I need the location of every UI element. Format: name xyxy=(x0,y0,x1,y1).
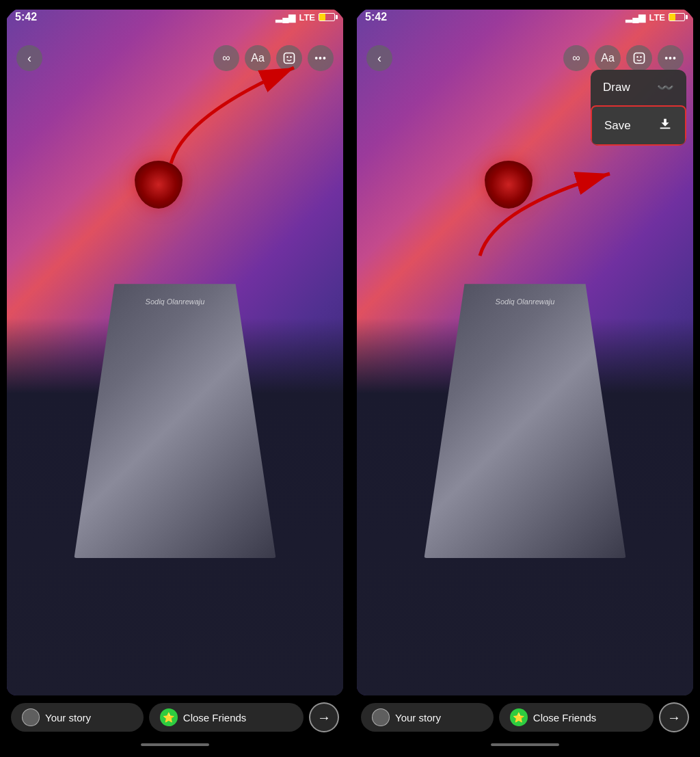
infinity-button-left[interactable]: ∞ xyxy=(213,45,239,71)
lte-label-right: LTE xyxy=(649,12,665,23)
bottom-bar-right: Your story ⭐ Close Friends → xyxy=(353,695,697,738)
back-button-left[interactable]: ‹ xyxy=(16,45,42,71)
time-right: 5:42 xyxy=(365,11,387,23)
story-toolbar-left: ‹ ∞ Aa ••• xyxy=(7,40,343,77)
send-icon-right: → xyxy=(667,710,681,726)
more-button-right[interactable]: ••• xyxy=(658,45,684,71)
send-icon-left: → xyxy=(317,710,331,726)
your-story-btn-left[interactable]: Your story xyxy=(11,703,144,732)
save-menu-item[interactable]: Save xyxy=(591,105,686,146)
right-phone-screen: 5:42 ▂▄▆ LTE xyxy=(350,0,700,757)
close-friends-btn-right[interactable]: ⭐ Close Friends xyxy=(499,703,654,732)
status-bar-left: 5:42 ▂▄▆ LTE xyxy=(3,5,347,26)
sticker-button-right[interactable] xyxy=(626,45,652,71)
green-star-left: ⭐ xyxy=(160,708,178,726)
story-content-left[interactable]: Sodiq Olanrewaju ‹ ∞ Aa xyxy=(7,10,343,695)
story-text-right: Sodiq Olanrewaju xyxy=(496,297,555,306)
story-content-right[interactable]: Sodiq Olanrewaju ‹ ∞ Aa xyxy=(357,10,693,695)
text-button-right[interactable]: Aa xyxy=(595,45,621,71)
left-phone-screen: 5:42 ▂▄▆ LTE xyxy=(0,0,350,757)
save-label: Save xyxy=(604,119,631,133)
signal-icon-right: ▂▄▆ xyxy=(625,12,645,23)
draw-icon: 〰️ xyxy=(657,79,674,96)
svg-rect-4 xyxy=(634,53,645,64)
story-text-left: Sodiq Olanrewaju xyxy=(146,297,205,306)
close-friends-btn-left[interactable]: ⭐ Close Friends xyxy=(149,703,304,732)
battery-icon-right xyxy=(669,13,685,21)
your-story-label-left: Your story xyxy=(45,712,91,723)
svg-rect-7 xyxy=(660,128,671,129)
sticker-button-left[interactable] xyxy=(276,45,302,71)
avatar-left xyxy=(22,708,40,726)
bottom-bar-left: Your story ⭐ Close Friends → xyxy=(3,695,347,738)
svg-point-1 xyxy=(286,56,288,58)
home-indicator-left xyxy=(3,738,347,752)
time-left: 5:42 xyxy=(15,11,37,23)
dropdown-menu-right: Draw 〰️ Save xyxy=(591,70,686,146)
text-button-left[interactable]: Aa xyxy=(245,45,271,71)
infinity-button-right[interactable]: ∞ xyxy=(563,45,589,71)
your-story-label-right: Your story xyxy=(395,712,441,723)
status-icons-left: ▂▄▆ LTE xyxy=(275,12,335,23)
lte-label-left: LTE xyxy=(299,12,315,23)
close-friends-label-left: Close Friends xyxy=(183,712,247,723)
send-btn-left[interactable]: → xyxy=(309,702,339,732)
status-icons-right: ▂▄▆ LTE xyxy=(625,12,685,23)
svg-rect-0 xyxy=(284,53,295,64)
status-bar-right: 5:42 ▂▄▆ LTE xyxy=(353,5,697,26)
back-button-right[interactable]: ‹ xyxy=(366,45,392,71)
svg-point-6 xyxy=(640,56,642,58)
more-button-left[interactable]: ••• xyxy=(308,45,334,71)
home-indicator-right xyxy=(353,738,697,752)
save-icon xyxy=(658,116,673,135)
svg-point-2 xyxy=(290,56,292,58)
your-story-btn-right[interactable]: Your story xyxy=(361,703,494,732)
avatar-right xyxy=(372,708,390,726)
send-btn-right[interactable]: → xyxy=(659,702,689,732)
close-friends-label-right: Close Friends xyxy=(533,712,597,723)
svg-point-5 xyxy=(636,56,638,58)
draw-menu-item[interactable]: Draw 〰️ xyxy=(591,70,686,105)
battery-icon-left xyxy=(319,13,335,21)
draw-label: Draw xyxy=(603,81,630,94)
green-star-right: ⭐ xyxy=(510,708,528,726)
signal-icon-left: ▂▄▆ xyxy=(275,12,295,23)
